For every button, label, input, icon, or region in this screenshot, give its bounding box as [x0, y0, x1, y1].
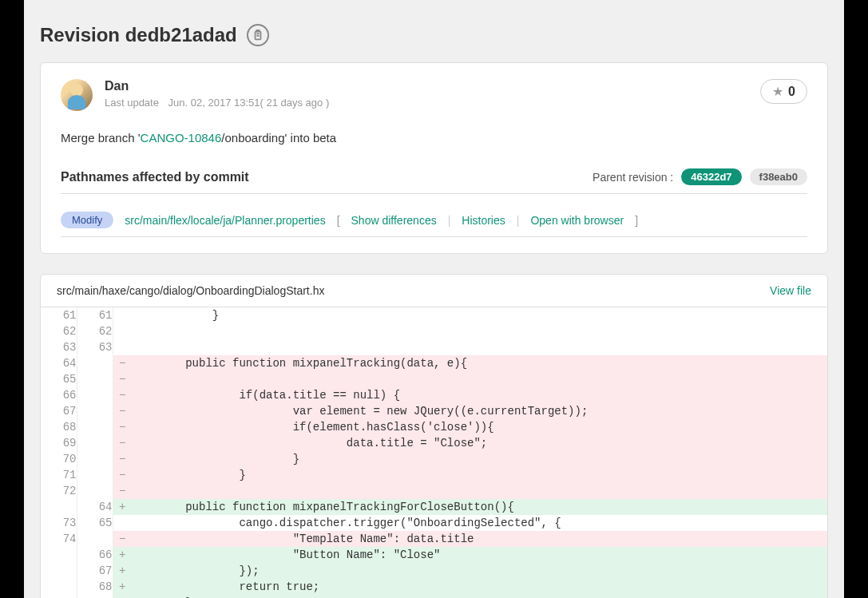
diff-marker: − — [113, 435, 132, 451]
old-line-number[interactable]: 65 — [41, 371, 77, 387]
diff-line: 66+ "Button Name": "Close" — [41, 547, 827, 563]
old-line-number[interactable]: 62 — [41, 323, 77, 339]
diff-line: 67− var element = new JQuery((e.currentT… — [41, 403, 827, 419]
diff-line: 68− if(element.hasClass('close')){ — [41, 419, 827, 435]
histories-link[interactable]: Histories — [462, 214, 505, 227]
avatar[interactable] — [61, 79, 93, 111]
old-line-number[interactable]: 64 — [41, 355, 77, 371]
copy-revision-button[interactable] — [247, 24, 269, 46]
parent-revision-label: Parent revision : — [593, 171, 673, 184]
diff-marker: − — [113, 419, 132, 435]
diff-table: 6161 }6262 6363 64− public function mixp… — [41, 307, 827, 598]
diff-code: } — [132, 451, 827, 467]
diff-marker: − — [113, 403, 132, 419]
new-line-number[interactable]: 61 — [77, 307, 113, 323]
last-update-value: Jun. 02, 2017 13:51( 21 days ago ) — [168, 97, 330, 109]
new-line-number[interactable]: 63 — [77, 339, 113, 355]
diff-line: 71− } — [41, 467, 827, 483]
diff-line: 65− — [41, 371, 827, 387]
diff-marker: − — [113, 371, 132, 387]
show-differences-link[interactable]: Show differences — [351, 214, 437, 227]
old-line-number[interactable] — [41, 547, 77, 563]
new-line-number[interactable] — [77, 531, 113, 547]
bracket-close: ] — [635, 214, 638, 227]
commit-message: Merge branch 'CANGO-10846/onboarding' in… — [61, 131, 807, 145]
affected-file-path[interactable]: src/main/flex/locale/ja/Planner.properti… — [125, 214, 325, 227]
diff-code: public function mixpanelTrackingForClose… — [132, 499, 827, 515]
diff-code: cango.dispatcher.trigger("OnboardingSele… — [132, 515, 827, 531]
diff-marker — [113, 323, 132, 339]
new-line-number[interactable] — [77, 387, 113, 403]
diff-marker: + — [113, 579, 132, 595]
diff-line: 69+ } — [41, 595, 827, 598]
old-line-number[interactable]: 70 — [41, 451, 77, 467]
new-line-number[interactable]: 68 — [77, 579, 113, 595]
diff-code: }); — [132, 563, 827, 579]
old-line-number[interactable]: 71 — [41, 467, 77, 483]
new-line-number[interactable] — [77, 435, 113, 451]
diff-code: } — [132, 307, 827, 323]
new-line-number[interactable] — [77, 419, 113, 435]
diff-code — [132, 371, 827, 387]
new-line-number[interactable]: 65 — [77, 515, 113, 531]
new-line-number[interactable]: 62 — [77, 323, 113, 339]
old-line-number[interactable]: 63 — [41, 339, 77, 355]
star-count: 0 — [788, 85, 795, 99]
star-button[interactable]: ★ 0 — [760, 79, 807, 104]
view-file-link[interactable]: View file — [770, 284, 811, 297]
diff-marker: + — [113, 563, 132, 579]
action-divider: | — [448, 214, 451, 227]
diff-line: 66− if(data.title == null) { — [41, 387, 827, 403]
diff-marker: − — [113, 467, 132, 483]
old-line-number[interactable] — [41, 579, 77, 595]
old-line-number[interactable]: 69 — [41, 435, 77, 451]
new-line-number[interactable]: 69 — [77, 595, 113, 598]
diff-code: if(data.title == null) { — [132, 387, 827, 403]
old-line-number[interactable]: 61 — [41, 307, 77, 323]
diff-line: 70− } — [41, 451, 827, 467]
diff-line: 7365 cango.dispatcher.trigger("Onboardin… — [41, 515, 827, 531]
diff-marker: − — [113, 483, 132, 499]
new-line-number[interactable] — [77, 451, 113, 467]
diff-line: 6262 — [41, 323, 827, 339]
commit-card: Dan Last update Jun. 02, 2017 13:51( 21 … — [40, 62, 828, 254]
diff-line: 6161 } — [41, 307, 827, 323]
old-line-number[interactable]: 74 — [41, 531, 77, 547]
old-line-number[interactable]: 68 — [41, 419, 77, 435]
page-title: Revision dedb21adad — [40, 24, 237, 46]
old-line-number[interactable] — [41, 595, 77, 598]
old-line-number[interactable] — [41, 563, 77, 579]
old-line-number[interactable] — [41, 499, 77, 515]
new-line-number[interactable]: 66 — [77, 547, 113, 563]
open-browser-link[interactable]: Open with browser — [530, 214, 624, 227]
diff-marker: + — [113, 499, 132, 515]
ticket-link[interactable]: CANGO-10846 — [141, 131, 222, 145]
diff-code: data.title = "Close"; — [132, 435, 827, 451]
new-line-number[interactable] — [77, 371, 113, 387]
new-line-number[interactable] — [77, 483, 113, 499]
new-line-number[interactable] — [77, 355, 113, 371]
old-line-number[interactable]: 73 — [41, 515, 77, 531]
diff-marker: + — [113, 595, 132, 598]
author-name[interactable]: Dan — [105, 79, 329, 93]
star-icon: ★ — [772, 84, 783, 99]
affected-file-row: Modify src/main/flex/locale/ja/Planner.p… — [61, 204, 807, 237]
diff-code: "Template Name": data.title — [132, 531, 827, 547]
old-line-number[interactable]: 66 — [41, 387, 77, 403]
diff-line: 64+ public function mixpanelTrackingForC… — [41, 499, 827, 515]
pathnames-title: Pathnames affected by commit — [61, 170, 249, 184]
new-line-number[interactable] — [77, 467, 113, 483]
bracket-open: [ — [337, 214, 340, 227]
old-line-number[interactable]: 72 — [41, 483, 77, 499]
diff-code: var element = new JQuery((e.currentTarge… — [132, 403, 827, 419]
diff-line: 6363 — [41, 339, 827, 355]
old-line-number[interactable]: 67 — [41, 403, 77, 419]
diff-code: if(element.hasClass('close')){ — [132, 419, 827, 435]
diff-marker — [113, 339, 132, 355]
new-line-number[interactable] — [77, 403, 113, 419]
new-line-number[interactable]: 64 — [77, 499, 113, 515]
new-line-number[interactable]: 67 — [77, 563, 113, 579]
parent-rev-2[interactable]: f38eab0 — [750, 168, 807, 185]
diff-filename: src/main/haxe/cango/dialog/OnboardingDia… — [57, 284, 324, 297]
parent-rev-1[interactable]: 46322d7 — [681, 168, 741, 185]
